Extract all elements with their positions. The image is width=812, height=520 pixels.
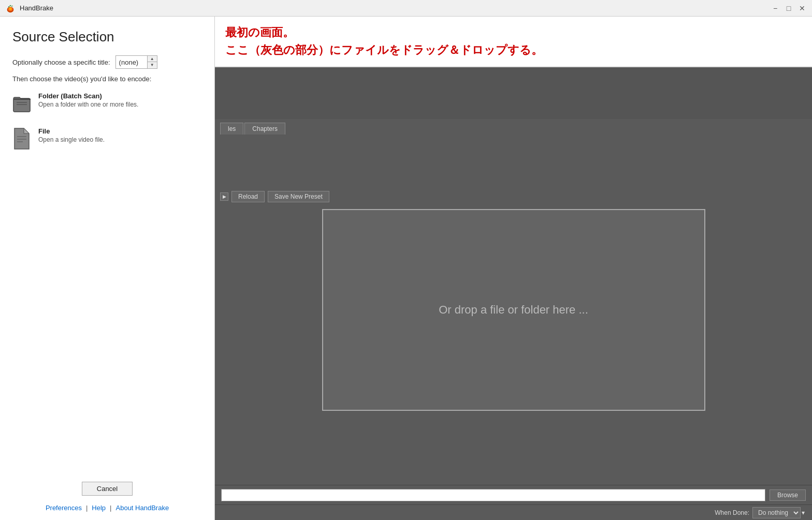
close-button[interactable]: ✕ — [798, 4, 807, 13]
browse-button[interactable]: Browse — [770, 489, 806, 501]
right-panel: Start Encode Queue — [215, 17, 812, 520]
maximize-button[interactable]: □ — [784, 4, 793, 13]
handbrake-logo-icon — [5, 3, 16, 14]
file-svg-icon — [12, 127, 31, 150]
title-bar: HandBrake − □ ✕ — [0, 0, 812, 17]
sep2: | — [110, 504, 111, 512]
about-link[interactable]: About HandBrake — [116, 504, 169, 512]
folder-option-desc: Open a folder with one or more files. — [38, 101, 138, 108]
title-chooser-label: Optionally choose a specific title: — [12, 58, 110, 66]
source-options-list: Folder (Batch Scan) Open a folder with o… — [12, 92, 202, 150]
cancel-button-row: Cancel — [12, 482, 202, 496]
title-chooser-row: Optionally choose a specific title: (non… — [12, 55, 202, 69]
folder-option-title: Folder (Batch Scan) — [38, 92, 138, 100]
source-selection-panel: Source Selection Optionally choose a spe… — [0, 17, 215, 520]
spin-up-button[interactable]: ▲ — [148, 56, 157, 62]
annotation-overlay: 最初の画面。 ここ（灰色の部分）にファイルをドラッグ＆ドロップする。 — [215, 17, 812, 67]
help-link[interactable]: Help — [92, 504, 106, 512]
svg-point-2 — [9, 7, 11, 10]
status-bar: When Done: Do nothing ▾ — [215, 504, 812, 520]
tab-chapters[interactable]: Chapters — [244, 123, 285, 135]
source-selection-title: Source Selection — [12, 29, 202, 45]
folder-icon — [12, 92, 31, 115]
destination-bar: Browse — [215, 485, 812, 504]
main-layout: Source Selection Optionally choose a spe… — [0, 17, 812, 520]
app-logo — [5, 3, 16, 13]
footer-links: Preferences | Help | About HandBrake — [12, 504, 202, 512]
spin-buttons: ▲ ▼ — [147, 56, 157, 68]
file-option-title: File — [38, 127, 105, 135]
window-controls: − □ ✕ — [771, 4, 807, 13]
file-option[interactable]: File Open a single video file. — [12, 127, 202, 150]
when-done-select[interactable]: Do nothing — [752, 507, 801, 518]
app-title: HandBrake — [20, 4, 53, 12]
title-select-wrapper[interactable]: (none) ▲ ▼ — [115, 55, 157, 69]
save-new-preset-button[interactable]: Save New Preset — [268, 191, 329, 202]
file-option-text: File Open a single video file. — [38, 127, 105, 143]
file-option-desc: Open a single video file. — [38, 136, 105, 143]
drop-zone[interactable]: Or drop a file or folder here ... — [322, 209, 705, 411]
annotation-line2: ここ（灰色の部分）にファイルをドラッグ＆ドロップする。 — [225, 42, 802, 58]
svg-rect-4 — [13, 99, 30, 112]
presets-bar: ▶ Reload Save New Preset — [215, 187, 812, 206]
collapse-button[interactable]: ▶ — [220, 192, 228, 201]
reload-button[interactable]: Reload — [231, 191, 265, 202]
annotation-line1: 最初の画面。 — [225, 25, 802, 40]
folder-option-text: Folder (Batch Scan) Open a folder with o… — [38, 92, 138, 108]
spin-down-button[interactable]: ▼ — [148, 62, 157, 68]
folder-svg-icon — [12, 92, 31, 115]
cancel-button[interactable]: Cancel — [82, 482, 133, 496]
when-done-label: When Done: — [715, 509, 749, 516]
folder-option[interactable]: Folder (Batch Scan) Open a folder with o… — [12, 92, 202, 115]
tab-les[interactable]: les — [220, 123, 243, 135]
when-done-dropdown-arrow: ▾ — [802, 509, 805, 516]
title-select-value: (none) — [116, 57, 147, 67]
file-icon — [12, 127, 31, 150]
tabs-row: les Chapters — [215, 119, 812, 135]
destination-input[interactable] — [221, 489, 765, 501]
sep1: | — [86, 504, 88, 512]
choose-video-label: Then choose the video(s) you'd like to e… — [12, 75, 202, 83]
minimize-button[interactable]: − — [771, 4, 780, 13]
preferences-link[interactable]: Preferences — [46, 504, 82, 512]
drop-zone-text: Or drop a file or folder here ... — [439, 303, 588, 317]
